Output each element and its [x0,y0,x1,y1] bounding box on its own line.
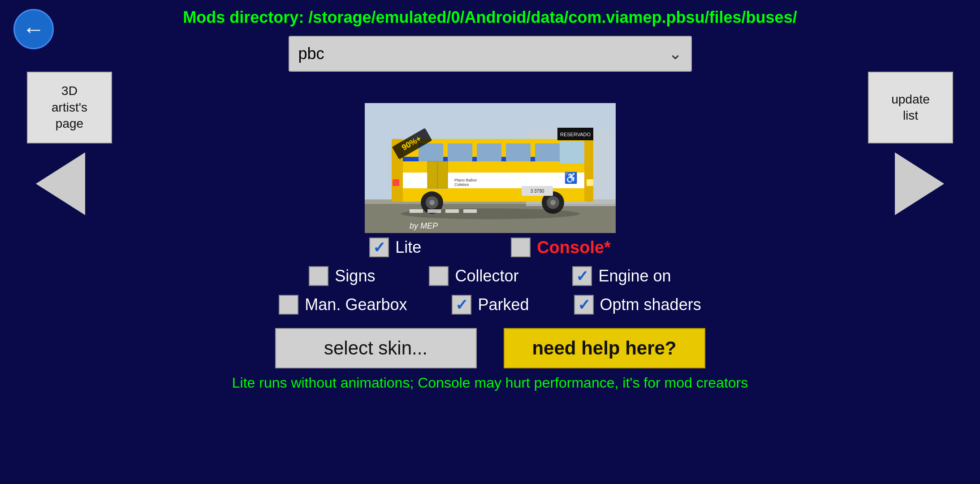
options-row-1: ✓ Lite Console* [0,238,980,257]
svg-rect-9 [419,143,443,161]
svg-rect-38 [445,209,459,213]
back-arrow-icon: ← [22,18,45,40]
svg-rect-16 [587,179,593,186]
engine-on-checkmark: ✓ [576,268,588,284]
bus-preview-image: RESERVADO 3 3790 90%+ by MEP ♿ Plano Bal… [365,103,616,233]
artist-page-button[interactable]: 3Dartist'spage [27,72,112,143]
console-checkbox[interactable] [511,238,531,257]
svg-rect-13 [535,143,560,161]
select-skin-button[interactable]: select skin... [275,328,477,368]
svg-point-23 [429,200,435,205]
optm-shaders-checkbox[interactable]: ✓ [574,295,594,315]
dropdown-value: pbc [298,44,324,63]
mods-directory-text: Mods directory: /storage/emulated/0/Andr… [0,8,980,27]
svg-rect-11 [477,143,501,161]
optm-shaders-checkmark: ✓ [578,297,590,312]
chevron-down-icon: ⌄ [669,44,682,63]
svg-text:♿: ♿ [564,171,578,184]
update-button-label: updatelist [891,91,930,124]
svg-text:RESERVADO: RESERVADO [560,132,591,137]
man-gearbox-label: Man. Gearbox [305,295,407,314]
man-gearbox-checkbox-item[interactable]: Man. Gearbox [279,295,407,315]
svg-rect-12 [506,143,531,161]
console-checkbox-item[interactable]: Console* [511,238,611,257]
optm-shaders-label: Optm shaders [600,295,701,314]
select-skin-label: select skin... [324,337,427,359]
signs-checkbox-item[interactable]: Signs [309,266,375,286]
mod-dropdown-container: pbc ⌄ [0,36,980,72]
svg-rect-18 [393,179,399,186]
man-gearbox-checkbox[interactable] [279,295,298,315]
previous-arrow-button[interactable] [36,152,85,215]
artist-button-label: 3Dartist'spage [52,83,87,132]
svg-text:3 3790: 3 3790 [530,189,544,194]
svg-text:Plano Balivo: Plano Balivo [454,178,477,182]
svg-text:by MEP: by MEP [410,221,438,230]
svg-rect-10 [448,143,472,161]
signs-checkbox[interactable] [309,266,328,286]
footer-info-text: Lite runs without animations; Console ma… [0,375,980,391]
svg-rect-15 [584,139,593,202]
parked-checkbox[interactable]: ✓ [452,295,471,315]
collector-checkbox[interactable] [429,266,449,286]
options-row-3: Man. Gearbox ✓ Parked ✓ Optm shaders [0,295,980,315]
parked-label: Parked [478,295,529,314]
svg-rect-36 [410,209,423,213]
signs-label: Signs [335,267,375,285]
update-list-button[interactable]: updatelist [868,72,953,143]
lite-checkbox-item[interactable]: ✓ Lite [369,238,421,257]
optm-shaders-checkbox-item[interactable]: ✓ Optm shaders [574,295,701,315]
back-button[interactable]: ← [13,9,54,49]
need-help-label: need help here? [532,337,676,359]
parked-checkbox-item[interactable]: ✓ Parked [452,295,529,315]
lower-section: ✓ Lite Console* Signs Collector ✓ Engine… [0,238,980,391]
action-buttons-row: select skin... need help here? [0,328,980,368]
svg-rect-37 [427,209,441,213]
parked-checkmark: ✓ [455,297,468,312]
console-label: Console* [537,238,611,257]
svg-point-26 [550,200,556,205]
engine-on-checkbox-item[interactable]: ✓ Engine on [572,266,671,286]
svg-rect-39 [463,209,477,213]
next-arrow-button[interactable] [895,152,944,215]
lite-label: Lite [395,238,421,257]
engine-on-label: Engine on [598,267,671,285]
header: Mods directory: /storage/emulated/0/Andr… [0,0,980,27]
svg-text:Coletivo: Coletivo [454,182,469,187]
mod-dropdown[interactable]: pbc ⌄ [289,36,692,72]
lite-checkmark: ✓ [373,240,385,255]
collector-checkbox-item[interactable]: Collector [429,266,518,286]
need-help-button[interactable]: need help here? [504,328,705,368]
collector-label: Collector [455,267,518,285]
bus-scene-svg: RESERVADO 3 3790 90%+ by MEP ♿ Plano Bal… [365,103,616,233]
engine-on-checkbox[interactable]: ✓ [572,266,592,286]
options-row-2: Signs Collector ✓ Engine on [0,266,980,286]
lite-checkbox[interactable]: ✓ [369,238,389,257]
